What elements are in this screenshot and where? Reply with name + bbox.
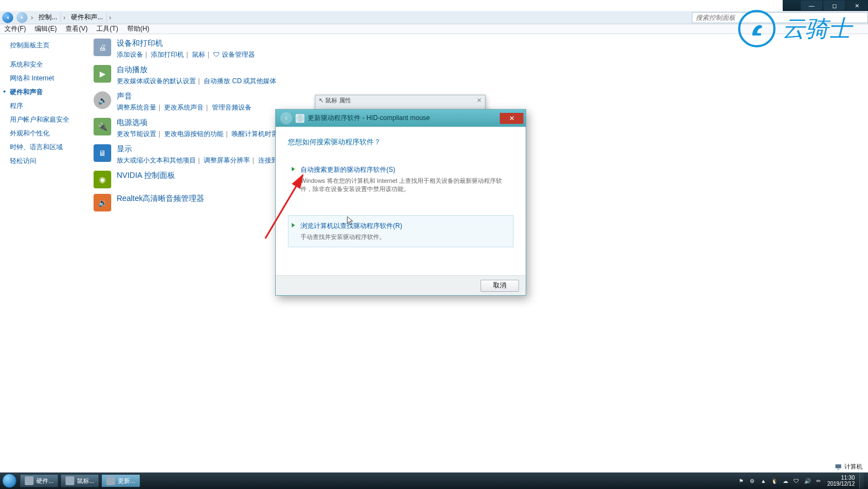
arrow-icon <box>292 167 295 171</box>
link-system-sounds[interactable]: 更改系统声音 <box>164 104 204 111</box>
autoplay-icon: ▶ <box>94 65 111 83</box>
sidebar-item-user-accounts[interactable]: 用户帐户和家庭安全 <box>0 113 80 127</box>
shield-icon: 🛡 <box>213 51 220 58</box>
maximize-button[interactable]: ◻ <box>823 1 845 10</box>
option-desc: 手动查找并安装驱动程序软件。 <box>301 233 507 241</box>
taskbar-item-hardware[interactable]: 硬件... <box>20 474 58 487</box>
mouse-cursor-icon: ↖ <box>319 97 324 104</box>
menu-help[interactable]: 帮助(H) <box>123 24 154 34</box>
cancel-button[interactable]: 取消 <box>481 280 519 292</box>
driver-disk-icon: 💿 <box>296 114 304 123</box>
tray-network-icon[interactable]: ⚙ <box>748 476 757 485</box>
breadcrumb-sep: › <box>29 14 35 21</box>
taskbar: 硬件... 鼠标... 更新... ⚑ ⚙ ▲ 🐧 ☁ 🛡 🔊 ✏ 11:30 … <box>0 472 868 489</box>
arrow-icon <box>292 223 295 227</box>
category-realtek[interactable]: Realtek高清晰音频管理器 <box>117 194 204 204</box>
realtek-icon: 🔉 <box>94 194 111 211</box>
category-sound[interactable]: 声音 <box>117 91 252 101</box>
link-device-manager[interactable]: 设备管理器 <box>222 51 255 58</box>
desktop-computer-label: 计算机 <box>834 463 862 471</box>
sidebar-home[interactable]: 控制面板主页 <box>0 39 80 52</box>
option-title: 浏览计算机以查找驱动程序软件(R) <box>301 221 507 231</box>
show-desktop-button[interactable] <box>859 473 864 488</box>
sidebar-item-appearance[interactable]: 外观和个性化 <box>0 127 80 140</box>
option-title: 自动搜索更新的驱动程序软件(S) <box>301 165 507 175</box>
sidebar-item-hardware-sound[interactable]: 硬件和声音 <box>0 85 80 99</box>
sidebar-item-network-internet[interactable]: 网络和 Internet <box>0 72 80 85</box>
sidebar-item-programs[interactable]: 程序 <box>0 99 80 113</box>
link-autoplay-cd[interactable]: 自动播放 CD 或其他媒体 <box>204 77 276 85</box>
category-nvidia[interactable]: NVIDIA 控制面板 <box>117 171 175 181</box>
menu-view[interactable]: 查看(V) <box>61 24 92 34</box>
tray-clock[interactable]: 11:30 2019/12/12 <box>824 475 858 487</box>
breadcrumb-sep: › <box>107 14 113 21</box>
sound-icon: 🔊 <box>94 91 111 109</box>
yunqishi-logo: 云骑士 <box>738 10 851 47</box>
minimize-button[interactable]: — <box>801 1 822 10</box>
option-browse-computer[interactable]: 浏览计算机以查找驱动程序软件(R) 手动查找并安装驱动程序软件。 <box>288 215 514 247</box>
link-power-save[interactable]: 更改节能设置 <box>117 130 156 138</box>
tray-up-icon[interactable]: ▲ <box>759 476 768 485</box>
link-media-default[interactable]: 更改媒体或设备的默认设置 <box>117 77 196 85</box>
wizard-question: 您想如何搜索驱动程序软件？ <box>288 137 514 147</box>
sidebar-item-clock-language[interactable]: 时钟、语言和区域 <box>0 140 80 154</box>
tray-volume-icon[interactable]: 🔊 <box>803 476 812 485</box>
knight-icon <box>738 10 776 47</box>
svg-rect-2 <box>837 469 839 469</box>
taskbar-item-update[interactable]: 更新... <box>101 474 140 487</box>
close-button[interactable]: ✕ <box>846 1 867 10</box>
option-desc: Windows 将在您的计算机和 Internet 上查找用于相关设备的最新驱动… <box>301 177 507 194</box>
back-button[interactable] <box>2 12 13 23</box>
wizard-titlebar: 💿 更新驱动程序软件 - HID-compliant mouse ✕ <box>276 110 526 127</box>
driver-update-wizard: 💿 更新驱动程序软件 - HID-compliant mouse ✕ 您想如何搜… <box>275 109 526 296</box>
tray-ime-icon[interactable]: ✏ <box>814 476 823 485</box>
start-button[interactable] <box>0 472 19 489</box>
wizard-title: 更新驱动程序软件 - HID-compliant mouse <box>308 113 430 123</box>
link-audio-devices[interactable]: 管理音频设备 <box>212 104 252 111</box>
devices-printers-icon: 🖨 <box>94 39 111 56</box>
link-resolution[interactable]: 调整屏幕分辨率 <box>204 156 250 164</box>
category-devices-printers[interactable]: 设备和打印机 <box>117 39 255 48</box>
close-icon: ✕ <box>477 97 482 104</box>
display-icon: 🖥 <box>94 144 111 162</box>
menu-edit[interactable]: 编辑(E) <box>30 24 61 34</box>
window-controls: — ◻ ✕ <box>783 0 868 11</box>
taskbar-item-mouse[interactable]: 鼠标... <box>61 474 99 487</box>
logo-text: 云骑士 <box>782 13 851 44</box>
svg-rect-1 <box>836 464 842 468</box>
link-add-device[interactable]: 添加设备 <box>117 51 143 58</box>
option-auto-search[interactable]: 自动搜索更新的驱动程序软件(S) Windows 将在您的计算机和 Intern… <box>288 159 514 200</box>
sidebar: 控制面板主页 系统和安全 网络和 Internet 硬件和声音 程序 用户帐户和… <box>0 34 80 489</box>
tray-qq-icon[interactable]: 🐧 <box>770 476 779 485</box>
category-autoplay[interactable]: 自动播放 <box>117 65 276 75</box>
menu-tools[interactable]: 工具(T) <box>92 24 122 34</box>
link-power-button[interactable]: 更改电源按钮的功能 <box>164 130 223 138</box>
power-icon: 🔌 <box>94 118 111 135</box>
link-text-size[interactable]: 放大或缩小文本和其他项目 <box>117 156 196 164</box>
tray-action-center-icon[interactable]: ⚑ <box>737 476 746 485</box>
forward-button[interactable] <box>17 12 28 23</box>
breadcrumb-hardware-sound[interactable]: 硬件和声... <box>68 13 107 22</box>
link-mouse[interactable]: 鼠标 <box>192 51 205 58</box>
sidebar-item-ease-of-access[interactable]: 轻松访问 <box>0 154 80 168</box>
back-button[interactable] <box>280 112 292 124</box>
tray-shield-icon[interactable]: 🛡 <box>792 476 801 485</box>
system-tray: ⚑ ⚙ ▲ 🐧 ☁ 🛡 🔊 ✏ 11:30 2019/12/12 <box>736 473 868 488</box>
menu-file[interactable]: 文件(F) <box>0 24 30 34</box>
sidebar-item-system-security[interactable]: 系统和安全 <box>0 58 80 72</box>
wizard-close-button[interactable]: ✕ <box>500 113 523 124</box>
breadcrumb-control-panel[interactable]: 控制... <box>35 13 61 22</box>
tray-cloud-icon[interactable]: ☁ <box>781 476 790 485</box>
link-system-volume[interactable]: 调整系统音量 <box>117 104 156 111</box>
link-add-printer[interactable]: 添加打印机 <box>151 51 184 58</box>
dialog-title: 鼠标 属性 <box>325 96 351 105</box>
breadcrumb-sep: › <box>61 14 68 21</box>
nvidia-icon: ◉ <box>94 171 111 188</box>
